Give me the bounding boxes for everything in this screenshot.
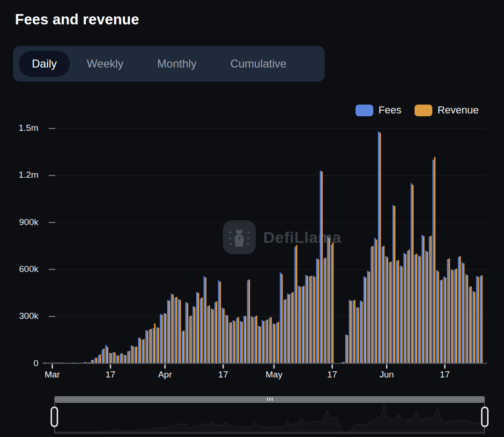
fees-swatch-icon	[356, 105, 373, 116]
drag-grip-icon	[267, 398, 268, 401]
legend-item-fees[interactable]: Fees	[356, 104, 401, 116]
y-axis-label: 1.2m	[0, 170, 38, 180]
fees-revenue-panel: Fees and revenue Daily Weekly Monthly Cu…	[0, 0, 504, 437]
x-axis-label: Jun	[379, 369, 394, 380]
legend-label-revenue: Revenue	[437, 104, 479, 116]
drag-grip-icon	[272, 398, 273, 401]
tab-monthly[interactable]: Monthly	[141, 51, 214, 77]
x-axis-label: Apr	[158, 369, 172, 380]
y-axis-label: 900k	[0, 217, 38, 227]
y-axis-label: 600k	[0, 264, 38, 274]
datazoom-slider[interactable]	[54, 396, 485, 402]
datazoom-handle-left[interactable]	[51, 407, 58, 427]
defillama-watermark: DefiLlama	[223, 220, 341, 254]
x-axis-label: 17	[327, 369, 337, 380]
chart-legend: Fees Revenue	[356, 104, 479, 116]
llama-logo-icon	[223, 220, 256, 254]
x-axis-label: 17	[218, 369, 228, 380]
tab-daily[interactable]: Daily	[19, 51, 70, 77]
tab-group: Daily Weekly Monthly Cumulative	[13, 46, 325, 82]
x-axis-label: May	[266, 369, 282, 380]
x-axis-label: Mar	[44, 369, 60, 380]
x-axis-label: 17	[105, 369, 115, 380]
drag-grip-icon	[269, 398, 270, 401]
datazoom-window[interactable]	[54, 402, 485, 433]
axis-layer	[42, 363, 487, 369]
page-title: Fees and revenue	[15, 11, 139, 28]
y-axis-label: 1.5m	[0, 123, 38, 133]
y-axis-label: 300k	[0, 311, 38, 321]
y-axis-label: 0	[0, 358, 38, 369]
revenue-swatch-icon	[415, 105, 432, 116]
tab-cumulative[interactable]: Cumulative	[214, 51, 304, 77]
tab-weekly[interactable]: Weekly	[70, 51, 140, 77]
x-axis-label: 17	[440, 369, 450, 380]
legend-item-revenue[interactable]: Revenue	[415, 104, 479, 116]
legend-label-fees: Fees	[378, 104, 401, 116]
datazoom-handle-right[interactable]	[481, 407, 489, 427]
watermark-text: DefiLlama	[263, 228, 341, 247]
